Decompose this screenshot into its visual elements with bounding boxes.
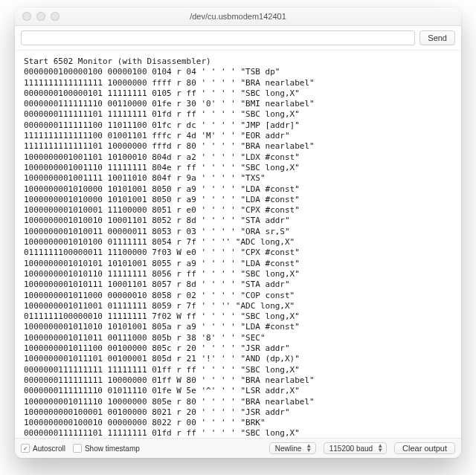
- serial-output: Start 6502 Monitor (with Disassembler) 0…: [15, 51, 461, 438]
- line-ending-select[interactable]: Newline ▲▼: [269, 442, 316, 454]
- minimize-icon[interactable]: [36, 12, 45, 21]
- checkbox-icon: [73, 444, 82, 453]
- send-bar: Send: [15, 26, 461, 51]
- timestamp-label: Show timestamp: [85, 445, 140, 453]
- chevron-updown-icon: ▲▼: [306, 444, 312, 453]
- timestamp-checkbox[interactable]: Show timestamp: [73, 444, 140, 453]
- send-button[interactable]: Send: [419, 30, 455, 45]
- window-title: /dev/cu.usbmodem142401: [15, 12, 461, 21]
- window-controls: [22, 12, 60, 21]
- serial-input[interactable]: [21, 30, 415, 45]
- chevron-updown-icon: ▲▼: [377, 444, 383, 453]
- bottom-bar: ✓ Autoscroll Show timestamp Newline ▲▼ 1…: [15, 438, 461, 458]
- line-ending-value: Newline: [275, 445, 302, 453]
- serial-monitor-window: /dev/cu.usbmodem142401 Send Start 6502 M…: [15, 7, 461, 458]
- serial-output-text: Start 6502 Monitor (with Disassembler) 0…: [24, 56, 454, 438]
- autoscroll-checkbox[interactable]: ✓ Autoscroll: [21, 444, 65, 453]
- zoom-icon[interactable]: [51, 12, 60, 21]
- close-icon[interactable]: [22, 12, 31, 21]
- checkbox-icon: ✓: [21, 444, 30, 453]
- baud-rate-value: 115200 baud: [329, 445, 373, 453]
- titlebar: /dev/cu.usbmodem142401: [15, 7, 461, 26]
- autoscroll-label: Autoscroll: [33, 445, 65, 453]
- clear-output-button[interactable]: Clear output: [394, 442, 455, 454]
- baud-rate-select[interactable]: 115200 baud ▲▼: [324, 442, 387, 454]
